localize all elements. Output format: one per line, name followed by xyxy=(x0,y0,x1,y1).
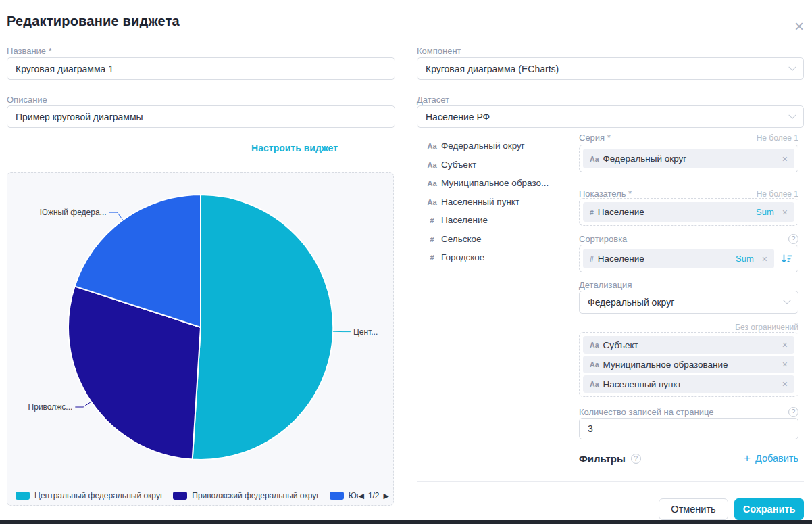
pie-slice[interactable] xyxy=(193,195,334,460)
sort-header: Сортировка ? xyxy=(579,234,798,244)
field-chip[interactable]: АаФедеральный округ× xyxy=(583,149,794,168)
field-name: Населенный пункт xyxy=(603,379,682,389)
dataset-field[interactable]: АаНаселенный пункт xyxy=(426,197,572,207)
page-size-label: Количество записей на странице xyxy=(579,407,713,417)
field-type-icon: Аа xyxy=(426,142,438,150)
field-type-icon: # xyxy=(426,235,438,243)
save-button[interactable]: Сохранить xyxy=(734,498,804,520)
field-name: Федеральный округ xyxy=(603,153,687,164)
field-chip[interactable]: АаСубъект× xyxy=(583,336,794,354)
aggregation-badge[interactable]: Sum xyxy=(756,207,774,217)
dataset-field-list: АаФедеральный округАаСубъектАаМуниципаль… xyxy=(426,141,572,271)
close-icon[interactable]: × xyxy=(794,19,804,34)
footer-divider xyxy=(417,481,804,482)
help-icon[interactable]: ? xyxy=(788,234,798,244)
legend-label: Центральный федеральный округ xyxy=(34,491,163,500)
field-type-icon: Аа xyxy=(426,179,438,187)
legend-item[interactable]: Центральный федеральный округ xyxy=(16,491,163,500)
dataset-field[interactable]: АаФедеральный округ xyxy=(426,141,572,151)
field-type-icon: # xyxy=(426,254,438,262)
dataset-label: Датасет xyxy=(417,95,449,105)
aggregation-badge[interactable]: Sum xyxy=(736,254,754,264)
field-chip[interactable]: #НаселениеSum× xyxy=(583,249,774,268)
add-filter-label: Добавить xyxy=(755,453,798,464)
field-name: Муниципальное образование xyxy=(603,360,728,370)
chart-legend: Центральный федеральный округПриволжский… xyxy=(16,491,389,500)
field-type-icon: Аа xyxy=(426,161,438,169)
dataset-select-value: Население РФ xyxy=(426,112,490,122)
sort-dropzone[interactable]: #НаселениеSum× xyxy=(579,245,798,272)
page-size-input[interactable] xyxy=(588,423,790,434)
filters-row: Фильтры ? + Добавить xyxy=(579,452,798,465)
dataset-select[interactable]: Население РФ xyxy=(417,105,804,128)
legend-prev-icon[interactable]: ◀ xyxy=(358,492,363,500)
dataset-field[interactable]: #Городское xyxy=(426,252,572,262)
dataset-field[interactable]: #Население xyxy=(426,215,572,225)
remove-chip-icon[interactable]: × xyxy=(782,340,788,350)
legend-swatch xyxy=(330,492,344,500)
component-select[interactable]: Круговая диаграмма (ECharts) xyxy=(417,57,804,80)
pie-slice-label: Южный федера... xyxy=(40,208,107,217)
metric-dropzone[interactable]: #НаселениеSum× xyxy=(579,198,798,226)
series-chip-slot: АаФедеральный округ× xyxy=(583,149,794,168)
field-name: Субъект xyxy=(441,160,476,170)
chevron-down-icon xyxy=(783,297,790,304)
page-size-input-wrap xyxy=(579,418,798,439)
detail-select[interactable]: Федеральный округ xyxy=(579,291,798,314)
field-type-icon: # xyxy=(590,208,594,216)
drilldown-dropzone[interactable]: АаСубъект×АаМуниципальное образование×Аа… xyxy=(579,332,798,397)
cancel-button[interactable]: Отменить xyxy=(659,498,728,520)
dataset-field[interactable]: #Сельское xyxy=(426,234,572,244)
add-filter-button[interactable]: + Добавить xyxy=(744,452,798,465)
dataset-field[interactable]: АаСубъект xyxy=(426,160,572,170)
configure-widget-link[interactable]: Настроить виджет xyxy=(7,143,338,153)
legend-label: Приволжский федеральный округ xyxy=(192,491,319,500)
field-type-icon: # xyxy=(426,216,438,224)
description-label: Описание xyxy=(7,95,47,105)
plus-icon: + xyxy=(744,452,751,465)
pie-slice-label: Приволжс... xyxy=(28,402,73,412)
field-name: Муниципальное образо... xyxy=(441,178,549,188)
metric-chip-slot: #НаселениеSum× xyxy=(583,202,794,222)
legend-item[interactable]: Приволжский федеральный округ xyxy=(173,491,319,500)
edit-widget-dialog: Редактирование виджета × Название * Опис… xyxy=(0,0,812,524)
name-input-wrap xyxy=(7,57,395,80)
remove-chip-icon[interactable]: × xyxy=(782,154,788,164)
field-chip[interactable]: АаМуниципальное образование× xyxy=(583,356,794,373)
field-type-icon: Аа xyxy=(590,360,599,368)
detail-label: Детализация xyxy=(579,280,632,290)
legend-item[interactable]: Юж xyxy=(330,491,359,500)
field-chip[interactable]: АаНаселенный пункт× xyxy=(583,375,794,393)
page-bottom-bar xyxy=(0,520,812,524)
sort-direction-icon[interactable] xyxy=(780,253,794,265)
field-name: Городское xyxy=(441,252,484,262)
widget-description-input[interactable] xyxy=(16,112,386,122)
remove-chip-icon[interactable]: × xyxy=(782,360,788,369)
sort-label: Сортировка xyxy=(579,234,627,244)
dataset-field[interactable]: АаМуниципальное образо... xyxy=(426,178,572,188)
widget-name-input[interactable] xyxy=(16,64,386,74)
remove-chip-icon[interactable]: × xyxy=(782,379,788,389)
sort-chip-slot: #НаселениеSum× xyxy=(583,249,774,268)
legend-swatch xyxy=(173,492,187,500)
help-icon[interactable]: ? xyxy=(631,454,641,464)
component-select-value: Круговая диаграмма (ECharts) xyxy=(426,64,559,74)
pie-chart-svg[interactable]: Цент...Приволжс...Южный федера... xyxy=(7,173,395,479)
field-name: Федеральный округ xyxy=(441,141,525,151)
remove-chip-icon[interactable]: × xyxy=(782,208,788,217)
pie-label-line xyxy=(75,402,91,407)
series-limit-hint: Не более 1 xyxy=(757,133,798,143)
legend-next-icon[interactable]: ▶ xyxy=(384,492,389,500)
field-chip[interactable]: #НаселениеSum× xyxy=(583,202,794,222)
legend-label: Юж xyxy=(349,491,359,500)
legend-pager: ◀ 1/2 ▶ xyxy=(358,491,389,500)
field-type-icon: Аа xyxy=(590,155,599,163)
field-type-icon: Аа xyxy=(590,380,599,388)
remove-chip-icon[interactable]: × xyxy=(762,254,767,264)
help-icon[interactable]: ? xyxy=(788,407,798,417)
series-dropzone[interactable]: АаФедеральный округ× xyxy=(579,145,798,172)
metric-limit-hint: Не более 1 xyxy=(757,189,798,199)
widget-preview-panel: Цент...Приволжс...Южный федера... Центра… xyxy=(7,172,394,506)
legend-swatch xyxy=(16,492,30,500)
drilldown-limit-hint: Без ограничений xyxy=(579,323,798,332)
